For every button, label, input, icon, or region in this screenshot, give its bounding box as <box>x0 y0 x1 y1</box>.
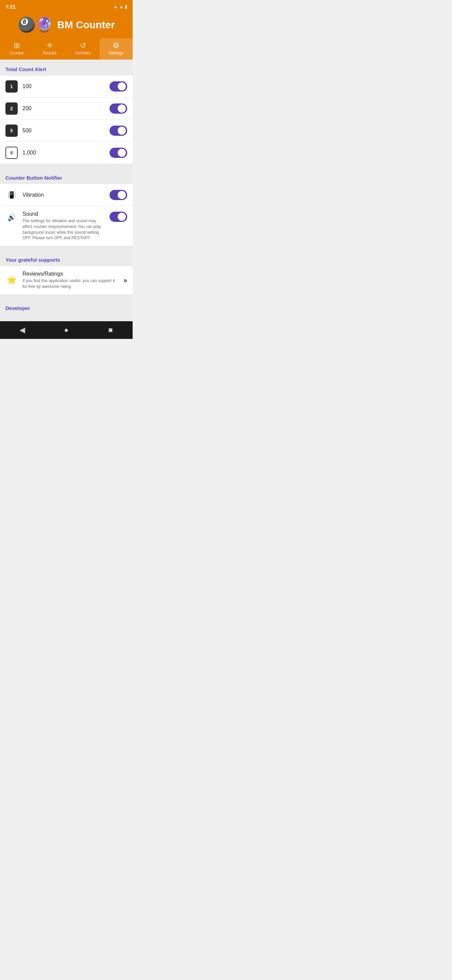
tab-counter[interactable]: ⊞ Counter <box>0 38 33 60</box>
divider-1 <box>0 164 133 168</box>
home-button[interactable]: ● <box>60 323 73 337</box>
alert-200-row: 2 200 <box>0 98 133 120</box>
results-tab-label: Results <box>43 51 57 56</box>
alert-1000-row: ① 1,000 <box>0 142 133 164</box>
alert-100-toggle[interactable] <box>109 81 127 92</box>
vibration-toggle[interactable] <box>109 190 127 200</box>
bottom-nav: ◀ ● ■ <box>0 321 133 339</box>
recents-button[interactable]: ■ <box>104 323 117 337</box>
alert-500-text: 500 <box>22 127 105 134</box>
status-time: 7:21 <box>5 4 16 10</box>
reviews-sublabel: If you find this application useful, you… <box>22 278 119 290</box>
settings-tab-label: Settings <box>109 51 124 56</box>
status-icons: ▲ ▲ ▮ <box>113 4 127 9</box>
alert-1000-label: 1,000 <box>22 150 36 156</box>
battery-icon: ▮ <box>125 4 127 9</box>
alert-200-text: 200 <box>22 105 105 111</box>
counter-tab-icon: ⊞ <box>14 42 20 49</box>
sound-toggle[interactable] <box>109 212 127 222</box>
alert-500-row: 5 500 <box>0 120 133 142</box>
sound-text: Sound The settings for vibration and sou… <box>22 211 105 241</box>
alert-100-icon: 1 <box>5 80 18 92</box>
app-title: BM Counter <box>57 19 115 30</box>
grateful-supports-header: Your grateful supports <box>0 250 133 266</box>
wifi-icon: ▲ <box>113 4 118 9</box>
alert-1000-text: 1,000 <box>22 150 105 156</box>
divider-2 <box>0 246 133 250</box>
back-button[interactable]: ◀ <box>15 323 29 337</box>
app-header: 🎱🔮 BM Counter <box>0 12 133 38</box>
reviews-text: Reviews/Ratings If you find this applica… <box>22 271 119 290</box>
vibration-label: Vibration <box>22 192 44 198</box>
settings-tab-icon: ⚙ <box>113 42 119 49</box>
divider-3 <box>0 294 133 298</box>
content: Total Count Alert 1 100 2 200 5 500 ① 1,… <box>0 60 133 321</box>
tab-archives[interactable]: ↺ Archives <box>66 38 100 60</box>
alert-200-icon: 2 <box>5 102 18 115</box>
alert-200-label: 200 <box>22 105 32 111</box>
archives-tab-label: Archives <box>75 51 91 56</box>
reviews-arrow-icon: » <box>124 276 127 284</box>
alert-500-toggle[interactable] <box>109 126 127 136</box>
total-count-alert-header: Total Count Alert <box>0 60 133 76</box>
sound-sublabel: The settings for vibration and sound may… <box>22 218 105 241</box>
vibration-text: Vibration <box>22 192 105 198</box>
developer-header: Developer <box>0 298 133 314</box>
tab-settings[interactable]: ⚙ Settings <box>100 38 133 60</box>
sound-icon: 🔊 <box>5 211 18 223</box>
sound-label: Sound <box>22 211 38 217</box>
app-logo: 🎱🔮 <box>18 16 53 33</box>
nav-tabs: ⊞ Counter ✳ Results ↺ Archives ⚙ Setting… <box>0 38 133 60</box>
vibration-icon: 📳 <box>5 189 18 201</box>
alert-100-text: 100 <box>22 83 105 89</box>
vibration-row: 📳 Vibration <box>0 184 133 206</box>
alert-1000-toggle[interactable] <box>109 148 127 158</box>
counter-button-notifier-header: Counter Button Notifier <box>0 168 133 184</box>
counter-tab-label: Counter <box>9 51 24 56</box>
alert-500-label: 500 <box>22 127 32 134</box>
reviews-row[interactable]: ⭐ Reviews/Ratings If you find this appli… <box>0 266 133 294</box>
alert-1000-icon: ① <box>5 147 18 159</box>
alert-100-label: 100 <box>22 83 32 89</box>
sound-row: 🔊 Sound The settings for vibration and s… <box>0 206 133 246</box>
reviews-label: Reviews/Ratings <box>22 271 119 277</box>
tab-results[interactable]: ✳ Results <box>33 38 67 60</box>
alert-100-row: 1 100 <box>0 76 133 98</box>
star-icon: ⭐ <box>5 274 18 286</box>
archives-tab-icon: ↺ <box>80 42 86 49</box>
alert-500-icon: 5 <box>5 124 18 137</box>
results-tab-icon: ✳ <box>47 42 53 49</box>
signal-icon: ▲ <box>119 4 124 9</box>
status-bar: 7:21 ▲ ▲ ▮ <box>0 0 133 12</box>
alert-200-toggle[interactable] <box>109 103 127 114</box>
